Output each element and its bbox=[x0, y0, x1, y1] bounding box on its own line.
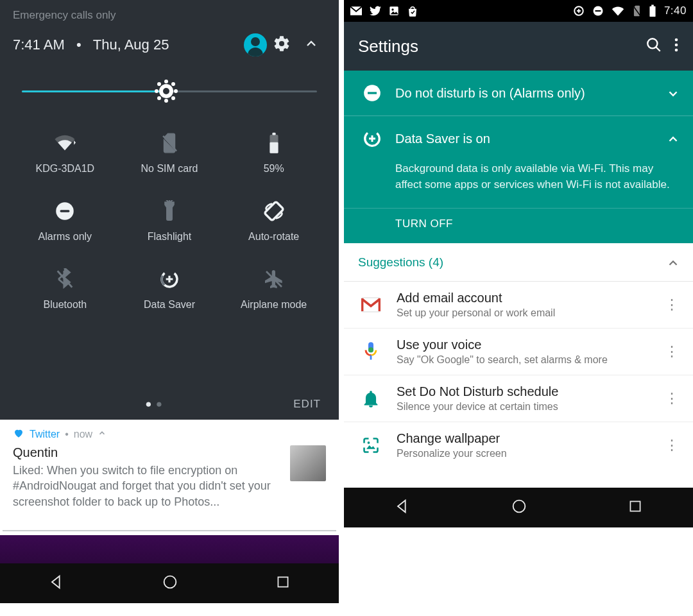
suggestion-wallpaper-title: Change wallpaper bbox=[397, 431, 652, 446]
nav-home[interactable] bbox=[161, 573, 179, 594]
suggestions-header-label: Suggestions (4) bbox=[358, 255, 666, 270]
svg-rect-6 bbox=[60, 210, 70, 212]
flashlight-icon bbox=[161, 200, 178, 222]
heart-icon bbox=[13, 427, 24, 441]
collapse-chevron-icon[interactable] bbox=[296, 36, 326, 54]
tile-airplane[interactable]: Airplane mode bbox=[221, 268, 326, 311]
svg-rect-18 bbox=[278, 577, 287, 586]
banner-datasaver-action[interactable]: TURN OFF bbox=[344, 208, 693, 243]
emergency-label: Emergency calls only bbox=[13, 9, 326, 22]
bell-icon bbox=[358, 389, 384, 408]
tile-sim[interactable]: No SIM card bbox=[117, 132, 222, 175]
suggestion-email-title: Add email account bbox=[397, 291, 652, 305]
suggestion-wallpaper[interactable]: Change wallpaper Personalize your screen… bbox=[344, 422, 693, 468]
suggestions-header[interactable]: Suggestions (4) bbox=[344, 243, 693, 282]
svg-rect-34 bbox=[368, 92, 377, 94]
overflow-icon[interactable] bbox=[674, 37, 679, 55]
tile-datasaver[interactable]: Data Saver bbox=[117, 268, 222, 311]
appbar-title: Settings bbox=[358, 37, 634, 56]
tile-bluetooth[interactable]: Bluetooth bbox=[13, 268, 117, 311]
edit-button[interactable]: EDIT bbox=[293, 398, 321, 411]
suggestion-email[interactable]: Add email account Set up your personal o… bbox=[344, 282, 693, 329]
svg-rect-27 bbox=[651, 4, 654, 6]
svg-rect-26 bbox=[649, 6, 655, 17]
tile-datasaver-label: Data Saver bbox=[144, 299, 195, 311]
user-avatar[interactable] bbox=[237, 33, 267, 56]
svg-point-17 bbox=[164, 576, 176, 588]
no-sim-icon bbox=[161, 132, 178, 154]
tile-flashlight-label: Flashlight bbox=[148, 231, 191, 243]
notif-app: Twitter bbox=[30, 429, 60, 440]
wifi-icon bbox=[54, 132, 76, 154]
svg-point-28 bbox=[647, 38, 657, 48]
tile-flashlight[interactable]: Flashlight bbox=[117, 200, 222, 243]
tile-dnd-label: Alarms only bbox=[38, 231, 92, 243]
mic-icon bbox=[358, 341, 384, 362]
banner-datasaver-title: Data Saver is on bbox=[386, 132, 666, 146]
more-icon[interactable]: ⋮ bbox=[665, 441, 679, 449]
photos-status-icon bbox=[389, 6, 399, 16]
wifi-status-icon bbox=[612, 6, 624, 16]
svg-point-30 bbox=[675, 38, 678, 42]
nav-recents[interactable] bbox=[275, 574, 291, 593]
nav-back[interactable] bbox=[47, 573, 65, 594]
notif-expand-icon[interactable] bbox=[98, 429, 107, 440]
tile-sim-label: No SIM card bbox=[141, 163, 198, 175]
bluetooth-off-icon bbox=[56, 268, 73, 290]
nav-back[interactable] bbox=[393, 497, 411, 518]
nav-recents[interactable] bbox=[627, 498, 644, 517]
notif-divider bbox=[3, 530, 336, 531]
dnd-icon bbox=[358, 84, 386, 102]
more-icon[interactable]: ⋮ bbox=[665, 395, 679, 402]
suggestion-dnd-schedule[interactable]: Set Do Not Disturb schedule Silence your… bbox=[344, 375, 693, 422]
notif-title: Quentin bbox=[13, 445, 280, 460]
svg-rect-24 bbox=[595, 10, 601, 12]
page-indicator: ●● bbox=[18, 398, 293, 411]
gear-icon[interactable] bbox=[267, 35, 296, 55]
alert-banners: Do not disturb is on (Alarms only) Data … bbox=[344, 71, 693, 243]
battery-icon bbox=[268, 132, 280, 154]
brightness-thumb[interactable] bbox=[155, 80, 177, 102]
svg-rect-38 bbox=[361, 298, 363, 311]
tile-airplane-label: Airplane mode bbox=[241, 299, 307, 311]
suggestion-voice[interactable]: Use your voice Say "Ok Google" to search… bbox=[344, 329, 693, 375]
banner-datasaver-body: Background data is only available via Wi… bbox=[344, 161, 693, 204]
qs-date: Thu, Aug 25 bbox=[93, 37, 169, 53]
more-icon[interactable]: ⋮ bbox=[665, 301, 679, 309]
qs-sep: • bbox=[76, 37, 81, 53]
tile-wifi[interactable]: KDG-3DA1D bbox=[13, 132, 117, 175]
datasaver-status-icon bbox=[573, 5, 585, 17]
svg-point-21 bbox=[391, 8, 393, 10]
android-navbar bbox=[0, 563, 339, 603]
suggestion-wallpaper-sub: Personalize your screen bbox=[397, 448, 652, 459]
more-icon[interactable]: ⋮ bbox=[665, 348, 679, 355]
banner-dnd[interactable]: Do not disturb is on (Alarms only) bbox=[344, 71, 693, 116]
homescreen-peek bbox=[0, 535, 339, 563]
svg-rect-4 bbox=[272, 133, 275, 135]
shop-status-icon bbox=[407, 6, 418, 17]
banner-datasaver[interactable]: Data Saver is on bbox=[344, 116, 693, 161]
tile-battery[interactable]: 59% bbox=[221, 132, 326, 175]
suggestion-email-sub: Set up your personal or work email bbox=[397, 307, 652, 319]
svg-rect-46 bbox=[630, 502, 640, 511]
chevron-up-icon bbox=[666, 256, 679, 269]
dnd-status-icon bbox=[592, 5, 604, 17]
svg-point-31 bbox=[675, 44, 678, 47]
tile-autorotate[interactable]: Auto-rotate bbox=[221, 200, 326, 243]
tile-dnd[interactable]: Alarms only bbox=[13, 200, 117, 243]
brightness-slider[interactable] bbox=[13, 68, 326, 114]
suggestion-voice-title: Use your voice bbox=[397, 338, 652, 352]
search-icon[interactable] bbox=[646, 37, 662, 56]
settings-appbar: Settings bbox=[344, 22, 693, 71]
battery-status-icon bbox=[649, 4, 656, 17]
suggestion-voice-sub: Say "Ok Google" to search, set alarms & … bbox=[397, 354, 652, 366]
svg-point-45 bbox=[513, 501, 526, 513]
datasaver-banner-icon bbox=[358, 129, 386, 148]
statusbar-clock: 7:40 bbox=[664, 4, 687, 17]
qs-time-date: 7:41 AM • Thu, Aug 25 bbox=[13, 37, 237, 53]
notif-body: Liked: When you switch to file encryptio… bbox=[13, 463, 280, 509]
notification-card[interactable]: Twitter • now Quentin Liked: When you sw… bbox=[0, 420, 339, 518]
nav-home[interactable] bbox=[510, 497, 528, 518]
qs-tiles: KDG-3DA1D No SIM card 59% bbox=[13, 132, 326, 311]
svg-point-44 bbox=[368, 441, 370, 444]
